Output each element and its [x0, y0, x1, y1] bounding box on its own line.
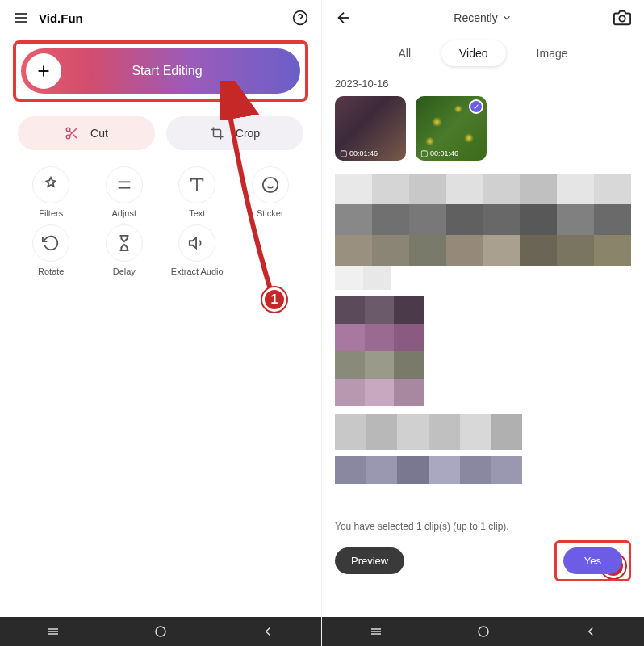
right-screen: Recently All Video Image 2023-10-16 ▢00:…: [322, 0, 644, 646]
step-badge-1: 1: [262, 287, 286, 312]
app-header: Vid.Fun: [0, 0, 321, 36]
step-highlight-2: Yes: [554, 540, 631, 581]
tab-image[interactable]: Image: [519, 40, 586, 66]
smile-icon: [261, 176, 279, 194]
home-icon[interactable]: [476, 624, 491, 639]
tool-rotate[interactable]: Rotate: [18, 224, 85, 276]
cut-crop-row: Cut Crop: [18, 116, 303, 150]
blurred-content: [322, 296, 644, 406]
thumbnail-row: ▢00:01:46 ✓ ▢00:01:46: [322, 96, 644, 161]
tool-sticker[interactable]: Sticker: [237, 166, 304, 218]
blurred-content: [322, 456, 644, 484]
sliders-icon: [115, 176, 133, 194]
video-thumbnail[interactable]: ▢00:01:46: [335, 96, 406, 161]
video-thumbnail[interactable]: ✓ ▢00:01:46: [416, 96, 487, 161]
app-title: Vid.Fun: [39, 11, 292, 25]
svg-point-7: [66, 128, 70, 132]
hourglass-icon: [115, 234, 133, 252]
android-nav-bar: [322, 617, 644, 646]
tool-delay[interactable]: Delay: [91, 224, 158, 276]
tab-all[interactable]: All: [380, 40, 429, 66]
tool-filters[interactable]: Filters: [18, 166, 85, 218]
menu-icon[interactable]: [13, 10, 29, 26]
video-icon: ▢: [420, 149, 428, 157]
text-icon: [188, 176, 206, 194]
media-tabs: All Video Image: [322, 40, 644, 66]
tools-grid: Filters Adjust Text Sticker Rotate Delay…: [0, 157, 321, 286]
crop-label: Crop: [236, 127, 260, 140]
home-icon[interactable]: [153, 624, 168, 639]
back-icon[interactable]: [583, 624, 598, 639]
selection-message: You have selected 1 clip(s) (up to 1 cli…: [335, 521, 631, 532]
back-arrow-icon[interactable]: [335, 9, 353, 27]
help-icon[interactable]: [292, 10, 308, 26]
tool-text[interactable]: Text: [164, 166, 231, 218]
crop-button[interactable]: Crop: [166, 116, 303, 150]
crop-icon: [210, 126, 224, 141]
picker-header: Recently: [322, 0, 644, 36]
svg-point-24: [619, 15, 625, 21]
scissors-icon: [65, 126, 79, 141]
album-dropdown[interactable]: Recently: [353, 11, 613, 24]
svg-point-28: [479, 627, 488, 636]
date-label: 2023-10-16: [322, 78, 644, 96]
video-icon: ▢: [340, 149, 347, 157]
step-highlight-1: Start Editing: [13, 40, 308, 102]
tab-video[interactable]: Video: [441, 40, 506, 66]
cut-label: Cut: [90, 127, 108, 140]
thumb-duration: ▢00:01:46: [420, 149, 458, 157]
volume-icon: [188, 234, 206, 252]
svg-line-10: [73, 135, 77, 138]
svg-point-22: [156, 627, 165, 636]
blurred-content: [322, 174, 644, 290]
start-editing-button[interactable]: Start Editing: [21, 48, 300, 94]
back-icon[interactable]: [261, 624, 275, 639]
thumb-duration: ▢00:01:46: [340, 149, 378, 157]
start-editing-label: Start Editing: [66, 64, 300, 78]
puzzle-icon: [42, 176, 60, 194]
svg-point-8: [66, 135, 70, 139]
left-screen: Vid.Fun Start Editing Cut Crop: [0, 0, 322, 646]
cut-button[interactable]: Cut: [18, 116, 155, 150]
svg-line-11: [69, 131, 72, 133]
camera-icon[interactable]: [613, 9, 631, 27]
selected-check-icon: ✓: [469, 99, 483, 114]
android-nav-bar: [0, 617, 321, 646]
chevron-down-icon: [501, 12, 512, 23]
preview-button[interactable]: Preview: [335, 547, 404, 574]
yes-button[interactable]: Yes: [563, 547, 622, 574]
tool-adjust[interactable]: Adjust: [91, 166, 158, 218]
rotate-icon: [42, 234, 60, 252]
tool-extract-audio[interactable]: Extract Audio: [164, 224, 231, 276]
svg-point-15: [263, 178, 278, 192]
blurred-content: [322, 414, 644, 450]
recent-apps-icon[interactable]: [46, 624, 61, 639]
selection-footer: You have selected 1 clip(s) (up to 1 cli…: [322, 510, 644, 591]
svg-marker-18: [190, 238, 196, 249]
plus-icon: [26, 53, 61, 89]
recent-apps-icon[interactable]: [369, 624, 383, 639]
